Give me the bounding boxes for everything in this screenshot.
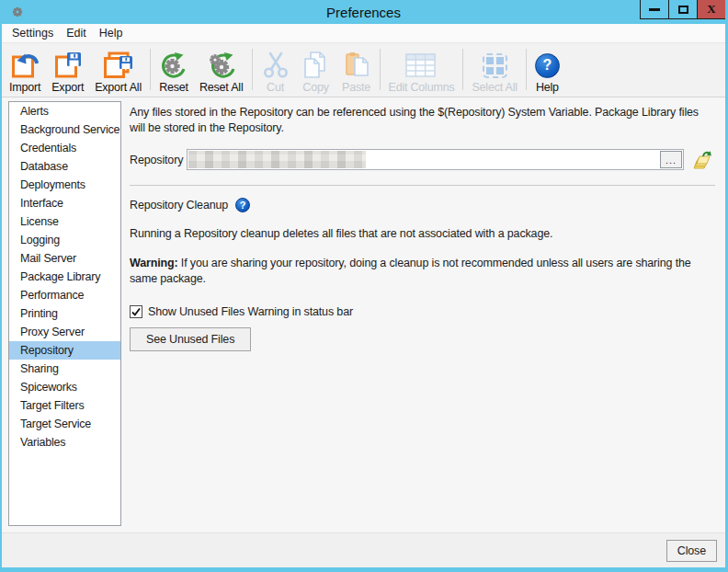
copy-icon bbox=[301, 50, 331, 81]
close-window-button[interactable]: X bbox=[697, 0, 726, 19]
sidebar-item-background-service[interactable]: Background Service bbox=[9, 120, 120, 139]
reset-all-label: Reset All bbox=[199, 81, 244, 94]
select-all-icon bbox=[483, 50, 507, 81]
repository-field-label: Repository bbox=[130, 154, 187, 166]
import-icon bbox=[10, 50, 40, 81]
minimize-icon bbox=[649, 8, 660, 11]
toolbar-separator bbox=[150, 49, 151, 90]
help-label: Help bbox=[536, 81, 559, 94]
import-button[interactable]: Import bbox=[4, 46, 46, 95]
import-label: Import bbox=[9, 81, 40, 94]
preferences-window: Preferences X Settings Edit Help Import bbox=[0, 0, 728, 572]
open-repository-icon[interactable] bbox=[692, 150, 712, 170]
toolbar-separator bbox=[252, 49, 253, 90]
sidebar-item-target-filters[interactable]: Target Filters bbox=[9, 396, 120, 415]
paste-label: Paste bbox=[342, 81, 370, 94]
sidebar-item-sharing[interactable]: Sharing bbox=[9, 360, 120, 378]
sidebar-item-interface[interactable]: Interface bbox=[9, 194, 120, 212]
edit-columns-icon bbox=[405, 50, 437, 81]
help-icon: ? bbox=[535, 53, 560, 78]
toolbar-separator bbox=[462, 49, 463, 90]
select-all-button: Select All bbox=[466, 46, 522, 95]
repository-cleanup-title: Repository Cleanup bbox=[130, 199, 228, 212]
section-divider bbox=[130, 185, 715, 186]
sidebar-item-proxy-server[interactable]: Proxy Server bbox=[9, 323, 120, 341]
menu-help[interactable]: Help bbox=[93, 25, 130, 41]
export-label: Export bbox=[51, 81, 84, 94]
window-title: Preferences bbox=[2, 5, 725, 20]
sidebar-item-license[interactable]: License bbox=[9, 212, 120, 231]
reset-all-button[interactable]: Reset All bbox=[194, 46, 249, 95]
show-unused-files-warning-row: Show Unused Files Warning in status bar bbox=[130, 305, 717, 318]
cut-button: Cut bbox=[256, 46, 296, 95]
reset-label: Reset bbox=[159, 81, 188, 94]
sidebar-item-mail-server[interactable]: Mail Server bbox=[9, 249, 120, 268]
copy-button: Copy bbox=[296, 46, 336, 95]
sidebar-item-database[interactable]: Database bbox=[9, 157, 120, 176]
toolbar: Import Export bbox=[2, 43, 725, 97]
export-icon bbox=[53, 50, 83, 81]
maximize-icon bbox=[678, 6, 688, 14]
checkmark-icon bbox=[131, 306, 142, 317]
cut-label: Cut bbox=[267, 81, 284, 94]
export-all-label: Export All bbox=[95, 81, 142, 94]
sidebar-item-logging[interactable]: Logging bbox=[9, 231, 120, 249]
toolbar-separator bbox=[526, 49, 527, 90]
maximize-button[interactable] bbox=[668, 0, 698, 19]
dialog-body: Alerts Background Service Credentials Da… bbox=[2, 97, 725, 532]
sidebar-item-repository[interactable]: Repository bbox=[9, 341, 120, 360]
sidebar-item-variables[interactable]: Variables bbox=[9, 433, 120, 452]
window-controls: X bbox=[641, 0, 726, 19]
sidebar-item-deployments[interactable]: Deployments bbox=[9, 176, 120, 194]
select-all-label: Select All bbox=[472, 81, 517, 94]
sidebar-item-package-library[interactable]: Package Library bbox=[9, 268, 120, 286]
sidebar-item-spiceworks[interactable]: Spiceworks bbox=[9, 378, 120, 396]
reset-icon bbox=[159, 50, 188, 81]
export-all-button[interactable]: Export All bbox=[89, 46, 147, 95]
show-unused-files-warning-label: Show Unused Files Warning in status bar bbox=[148, 305, 353, 318]
see-unused-files-button[interactable]: See Unused Files bbox=[130, 327, 251, 351]
repository-settings-panel: Any files stored in the Repository can b… bbox=[121, 97, 725, 532]
menu-edit[interactable]: Edit bbox=[60, 25, 93, 41]
dialog-footer: Close bbox=[2, 532, 725, 567]
cleanup-help-icon[interactable]: ? bbox=[235, 198, 250, 212]
warning-label: Warning: bbox=[130, 257, 178, 269]
reset-all-icon bbox=[205, 50, 238, 81]
help-button[interactable]: ? Help bbox=[529, 46, 565, 95]
edit-columns-button: Edit Columns bbox=[383, 46, 461, 95]
redacted-repository-path bbox=[188, 151, 366, 168]
title-bar[interactable]: Preferences X bbox=[2, 0, 725, 24]
toolbar-separator bbox=[380, 49, 381, 90]
sidebar-item-printing[interactable]: Printing bbox=[9, 304, 120, 323]
paste-icon bbox=[342, 50, 371, 81]
warning-text: If you are sharing your repository, doin… bbox=[130, 257, 691, 285]
minimize-button[interactable] bbox=[640, 0, 669, 19]
settings-category-list: Alerts Background Service Credentials Da… bbox=[8, 101, 121, 526]
repository-path-input[interactable]: ... bbox=[187, 149, 684, 170]
copy-label: Copy bbox=[302, 81, 328, 94]
show-unused-files-warning-checkbox[interactable] bbox=[130, 305, 142, 318]
repository-intro-text: Any files stored in the Repository can b… bbox=[130, 105, 717, 136]
cut-icon bbox=[261, 50, 290, 81]
sidebar-item-alerts[interactable]: Alerts bbox=[9, 102, 120, 120]
sidebar-item-performance[interactable]: Performance bbox=[9, 286, 120, 304]
sidebar-item-credentials[interactable]: Credentials bbox=[9, 139, 120, 157]
cleanup-description: Running a Repository cleanup deletes all… bbox=[130, 226, 717, 242]
menu-bar: Settings Edit Help bbox=[2, 24, 725, 43]
menu-settings[interactable]: Settings bbox=[6, 25, 60, 41]
edit-columns-label: Edit Columns bbox=[389, 81, 455, 94]
export-button[interactable]: Export bbox=[46, 46, 89, 95]
browse-button[interactable]: ... bbox=[660, 151, 682, 168]
export-all-icon bbox=[103, 50, 134, 81]
repository-path-row: Repository ... bbox=[130, 149, 717, 170]
cleanup-warning: Warning: If you are sharing your reposit… bbox=[130, 256, 717, 287]
sidebar-item-target-service[interactable]: Target Service bbox=[9, 415, 120, 433]
reset-button[interactable]: Reset bbox=[154, 46, 194, 95]
close-button[interactable]: Close bbox=[666, 540, 717, 562]
paste-button: Paste bbox=[336, 46, 377, 95]
repository-cleanup-header: Repository Cleanup ? bbox=[130, 198, 717, 212]
